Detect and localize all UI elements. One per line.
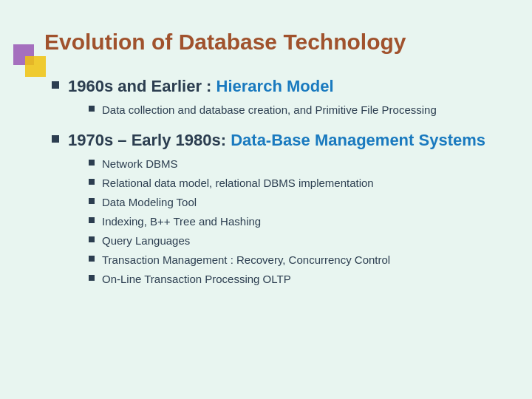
section-1970s: 1970s – Early 1980s: Data-Base Managemen… [52,131,488,287]
slide-content: 1960s and Earlier : Hierarch Model Data … [44,77,488,287]
section-1960s-highlight: Hierarch Model [216,77,334,95]
section-1970s-sublist: Network DBMS Relational data model, rela… [52,156,488,287]
bullet-1960s [52,81,59,89]
sub-text-1970s-5: Transaction Management : Recovery, Concu… [102,252,390,267]
sub-text-1970s-2: Data Modeling Tool [102,194,197,210]
sub-bullet-1970s-4 [89,236,95,242]
sub-text-1970s-0: Network DBMS [102,156,178,171]
sub-bullet-1970s-1 [89,179,95,185]
sub-text-1970s-6: On-Line Transaction Processing OLTP [102,271,291,287]
section-1970s-title: 1970s – Early 1980s: Data-Base Managemen… [68,131,485,150]
sub-item-1970s-2: Data Modeling Tool [89,194,488,210]
section-1970s-header: 1970s – Early 1980s: Data-Base Managemen… [52,131,488,150]
sub-bullet-1970s-6 [89,275,95,281]
section-1970s-label: 1970s – Early 1980s: [68,131,231,149]
decoration [13,44,50,81]
sub-item-1970s-5: Transaction Management : Recovery, Concu… [89,252,488,267]
section-1960s-header: 1960s and Earlier : Hierarch Model [52,77,488,96]
sub-item-1960s-0: Data collection and database creation, a… [89,102,488,117]
sub-item-1970s-0: Network DBMS [89,156,488,171]
sub-item-1970s-6: On-Line Transaction Processing OLTP [89,271,488,287]
slide: Evolution of Database Technology 1960s a… [0,0,532,399]
section-1960s-sublist: Data collection and database creation, a… [52,102,488,117]
sub-bullet-1960s-0 [89,106,95,112]
sub-bullet-1970s-2 [89,198,95,204]
sub-item-1970s-3: Indexing, B++ Tree and Hashing [89,214,488,229]
bullet-1970s [52,135,59,143]
sub-item-1970s-4: Query Languages [89,233,488,248]
sub-bullet-1970s-0 [89,160,95,166]
section-1970s-highlight: Data-Base Management Systems [231,131,485,149]
sub-item-1970s-1: Relational data model, relational DBMS i… [89,175,488,191]
sub-bullet-1970s-5 [89,256,95,262]
section-1960s-label: 1960s and Earlier : [68,77,216,95]
sub-text-1960s-0: Data collection and database creation, a… [102,102,437,117]
deco-yellow-square [25,56,46,77]
sub-text-1970s-1: Relational data model, relational DBMS i… [102,175,374,191]
section-1960s: 1960s and Earlier : Hierarch Model Data … [52,77,488,117]
sub-text-1970s-4: Query Languages [102,233,190,248]
slide-title: Evolution of Database Technology [44,22,488,55]
section-1960s-title: 1960s and Earlier : Hierarch Model [68,77,334,96]
sub-text-1970s-3: Indexing, B++ Tree and Hashing [102,214,261,229]
sub-bullet-1970s-3 [89,217,95,223]
